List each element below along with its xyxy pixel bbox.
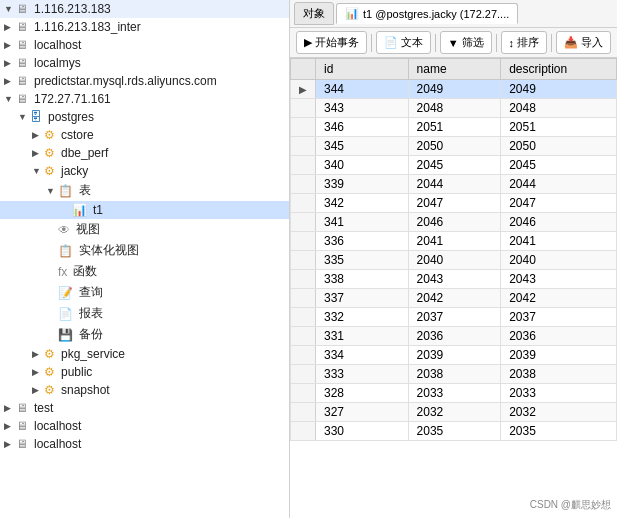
table-row[interactable]: 34520502050 (291, 137, 617, 156)
chevron-icon (4, 76, 14, 86)
sidebar: 🖥1.116.213.183🖥1.116.213.183_inter🖥local… (0, 0, 290, 518)
table-row[interactable]: 33620412041 (291, 232, 617, 251)
cell-name: 2037 (408, 308, 501, 327)
row-indicator (291, 270, 316, 289)
table-row[interactable]: 34220472047 (291, 194, 617, 213)
toolbar-btn-filter[interactable]: ▼筛选 (440, 31, 492, 54)
sidebar-item-server-test[interactable]: 🖥test (0, 399, 289, 417)
cell-name: 2043 (408, 270, 501, 289)
table-row[interactable]: 34020452045 (291, 156, 617, 175)
table-row[interactable]: 33820432043 (291, 270, 617, 289)
toolbar-btn-text[interactable]: 📄文本 (376, 31, 431, 54)
toolbar-btn-begin-tx[interactable]: ▶开始事务 (296, 31, 367, 54)
table-row[interactable]: 33320382038 (291, 365, 617, 384)
table-row[interactable]: 33520402040 (291, 251, 617, 270)
row-indicator (291, 194, 316, 213)
sidebar-item-label: localhost (34, 437, 81, 451)
schema-icon: ⚙ (44, 146, 55, 160)
table-row[interactable]: 34120462046 (291, 213, 617, 232)
table-row[interactable]: 33120362036 (291, 327, 617, 346)
sidebar-item-server-6[interactable]: 🖥172.27.71.161 (0, 90, 289, 108)
sidebar-item-group-queries[interactable]: 📝查询 (0, 282, 289, 303)
sidebar-item-server-lh2[interactable]: 🖥localhost (0, 435, 289, 453)
sidebar-item-schema-jacky[interactable]: ⚙jacky (0, 162, 289, 180)
cell-name: 2048 (408, 99, 501, 118)
tab-object-tab[interactable]: 对象 (294, 2, 334, 25)
sidebar-item-label: localmys (34, 56, 81, 70)
chevron-icon (32, 349, 42, 359)
cell-id: 338 (316, 270, 409, 289)
sidebar-item-schema-dbe_perf[interactable]: ⚙dbe_perf (0, 144, 289, 162)
chevron-icon (32, 130, 42, 140)
cell-name: 2046 (408, 213, 501, 232)
col-header-description[interactable]: description (501, 59, 617, 80)
sidebar-item-server-2[interactable]: 🖥1.116.213.183_inter (0, 18, 289, 36)
toolbar-btn-label: 文本 (401, 35, 423, 50)
sidebar-item-server-3[interactable]: 🖥localhost (0, 36, 289, 54)
view-icon: 👁 (58, 223, 70, 237)
sidebar-item-group-matviews[interactable]: 📋实体化视图 (0, 240, 289, 261)
sidebar-item-group-views[interactable]: 👁视图 (0, 219, 289, 240)
table-row[interactable]: 34620512051 (291, 118, 617, 137)
cell-name: 2051 (408, 118, 501, 137)
sidebar-item-group-reports[interactable]: 📄报表 (0, 303, 289, 324)
table-row[interactable]: 33020352035 (291, 422, 617, 441)
sidebar-item-server-1[interactable]: 🖥1.116.213.183 (0, 0, 289, 18)
sidebar-item-group-backups[interactable]: 💾备份 (0, 324, 289, 345)
cell-id: 339 (316, 175, 409, 194)
sidebar-item-group-tables[interactable]: 📋表 (0, 180, 289, 201)
chevron-icon (46, 186, 56, 196)
sidebar-item-label: 1.116.213.183_inter (34, 20, 141, 34)
sidebar-item-table-t1[interactable]: 📊t1 (0, 201, 289, 219)
table-row[interactable]: 33920442044 (291, 175, 617, 194)
cell-description: 2037 (501, 308, 617, 327)
cell-id: 330 (316, 422, 409, 441)
sidebar-item-server-5[interactable]: 🖥predictstar.mysql.rds.aliyuncs.com (0, 72, 289, 90)
cell-id: 335 (316, 251, 409, 270)
toolbar-btn-import[interactable]: 📥导入 (556, 31, 611, 54)
chevron-icon (18, 112, 28, 122)
chevron-icon (4, 403, 14, 413)
schema-icon: ⚙ (44, 365, 55, 379)
toolbar-separator (551, 34, 552, 52)
table-row[interactable]: 33720422042 (291, 289, 617, 308)
row-indicator (291, 365, 316, 384)
sidebar-item-db-postgres[interactable]: 🗄postgres (0, 108, 289, 126)
cell-name: 2049 (408, 80, 501, 99)
sidebar-item-schema-public[interactable]: ⚙public (0, 363, 289, 381)
table-row[interactable]: 33220372037 (291, 308, 617, 327)
row-indicator (291, 327, 316, 346)
col-header-id[interactable]: id (316, 59, 409, 80)
cell-description: 2044 (501, 175, 617, 194)
sidebar-item-schema-pkg[interactable]: ⚙pkg_service (0, 345, 289, 363)
col-header-name[interactable]: name (408, 59, 501, 80)
cell-id: 327 (316, 403, 409, 422)
row-indicator (291, 308, 316, 327)
cell-id: 343 (316, 99, 409, 118)
sidebar-item-server-4[interactable]: 🖥localmys (0, 54, 289, 72)
cell-description: 2046 (501, 213, 617, 232)
table-row[interactable]: 32720322032 (291, 403, 617, 422)
sidebar-item-server-lh1[interactable]: 🖥localhost (0, 417, 289, 435)
cell-name: 2041 (408, 232, 501, 251)
cell-description: 2047 (501, 194, 617, 213)
sidebar-item-label: 视图 (76, 221, 100, 238)
chevron-icon (4, 4, 14, 14)
sidebar-item-label: 报表 (79, 305, 103, 322)
sidebar-item-schema-cstore[interactable]: ⚙cstore (0, 126, 289, 144)
table-row[interactable]: ▶34420492049 (291, 80, 617, 99)
chevron-icon (4, 40, 14, 50)
sidebar-item-group-funcs[interactable]: fx函数 (0, 261, 289, 282)
text-icon: 📄 (384, 36, 398, 49)
sidebar-item-schema-snapshot[interactable]: ⚙snapshot (0, 381, 289, 399)
toolbar-btn-sort[interactable]: ↕排序 (501, 31, 548, 54)
chevron-icon (4, 421, 14, 431)
cell-name: 2050 (408, 137, 501, 156)
table-row[interactable]: 33420392039 (291, 346, 617, 365)
sidebar-item-label: localhost (34, 38, 81, 52)
tab-table-tab[interactable]: 📊t1 @postgres.jacky (172.27.... (336, 3, 518, 24)
table-row[interactable]: 32820332033 (291, 384, 617, 403)
server-icon: 🖥 (16, 2, 28, 16)
table-row[interactable]: 34320482048 (291, 99, 617, 118)
cell-name: 2044 (408, 175, 501, 194)
